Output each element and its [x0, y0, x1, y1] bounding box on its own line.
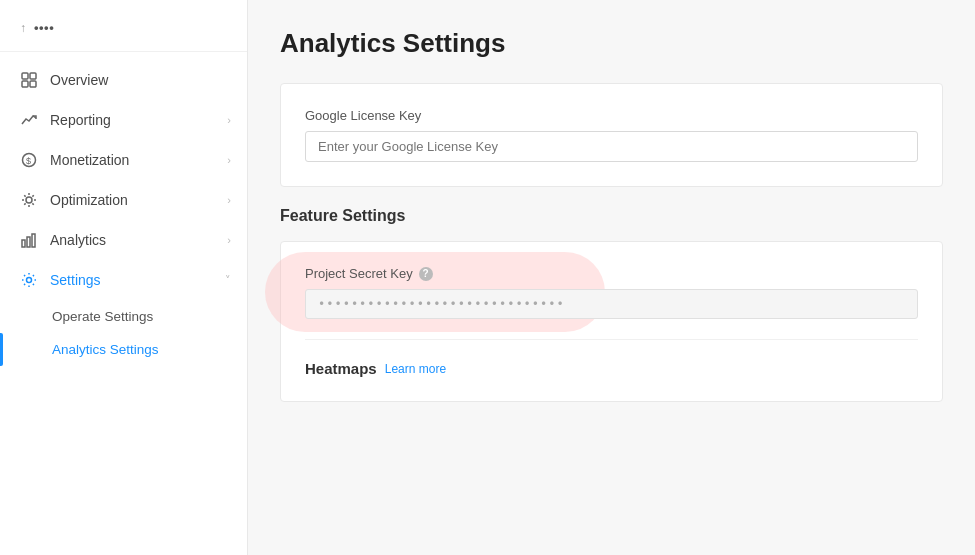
chevron-right-icon: ›	[227, 114, 231, 126]
chevron-right-icon: ›	[227, 194, 231, 206]
main-content: Analytics Settings Google License Key Fe…	[248, 0, 975, 555]
project-secret-key-label: Project Secret Key	[305, 266, 413, 281]
settings-icon	[20, 271, 38, 289]
heatmaps-row: Heatmaps Learn more	[305, 339, 918, 377]
project-secret-key-row: Project Secret Key ?	[305, 266, 918, 281]
sidebar-item-monetization-label: Monetization	[50, 152, 215, 168]
sidebar-item-monetization[interactable]: $ Monetization ›	[0, 140, 247, 180]
heatmaps-learn-more-link[interactable]: Learn more	[385, 362, 446, 376]
chevron-down-icon: ˅	[225, 274, 231, 287]
sidebar-item-optimization[interactable]: Optimization ›	[0, 180, 247, 220]
sidebar-item-overview[interactable]: Overview	[0, 60, 247, 100]
sidebar-subitem-analytics-settings[interactable]: Analytics Settings	[0, 333, 247, 366]
svg-text:$: $	[26, 156, 31, 166]
svg-rect-3	[30, 81, 36, 87]
monetization-icon: $	[20, 151, 38, 169]
sidebar-header: ↑ ••••	[0, 0, 247, 52]
svg-rect-9	[32, 234, 35, 247]
svg-rect-8	[27, 237, 30, 247]
svg-point-6	[26, 197, 32, 203]
sidebar-navigation: Overview Reporting › $ Monetization ›	[0, 52, 247, 555]
sidebar-item-reporting[interactable]: Reporting ›	[0, 100, 247, 140]
overview-icon	[20, 71, 38, 89]
sidebar-item-reporting-label: Reporting	[50, 112, 215, 128]
google-license-card: Google License Key	[280, 83, 943, 187]
sidebar-item-analytics[interactable]: Analytics ›	[0, 220, 247, 260]
active-indicator-bar	[0, 333, 3, 366]
heatmaps-title: Heatmaps	[305, 360, 377, 377]
sidebar-item-optimization-label: Optimization	[50, 192, 215, 208]
sidebar-subitem-analytics-settings-label: Analytics Settings	[52, 342, 159, 357]
sidebar-item-analytics-label: Analytics	[50, 232, 215, 248]
sidebar: ↑ •••• Overview Repo	[0, 0, 248, 555]
project-secret-key-value: ••••••••••••••••••••••••••••••	[305, 289, 918, 319]
analytics-icon	[20, 231, 38, 249]
sidebar-item-settings-label: Settings	[50, 272, 213, 288]
svg-rect-2	[22, 81, 28, 87]
svg-point-10	[27, 278, 32, 283]
sidebar-subitem-operate-settings-label: Operate Settings	[52, 309, 153, 324]
sidebar-back-arrow[interactable]: ↑	[20, 21, 26, 35]
chevron-right-icon: ›	[227, 154, 231, 166]
sidebar-item-overview-label: Overview	[50, 72, 231, 88]
help-icon[interactable]: ?	[419, 267, 433, 281]
reporting-icon	[20, 111, 38, 129]
svg-rect-7	[22, 240, 25, 247]
chevron-right-icon: ›	[227, 234, 231, 246]
google-license-input[interactable]	[305, 131, 918, 162]
sidebar-header-title: ••••	[34, 20, 54, 35]
svg-rect-1	[30, 73, 36, 79]
sidebar-item-settings[interactable]: Settings ˅	[0, 260, 247, 300]
page-title: Analytics Settings	[280, 28, 943, 59]
google-license-label: Google License Key	[305, 108, 918, 123]
svg-rect-0	[22, 73, 28, 79]
optimization-icon	[20, 191, 38, 209]
feature-settings-card: Project Secret Key ? •••••••••••••••••••…	[280, 241, 943, 402]
sidebar-subitem-operate-settings[interactable]: Operate Settings	[0, 300, 247, 333]
feature-settings-section-title: Feature Settings	[280, 207, 943, 225]
